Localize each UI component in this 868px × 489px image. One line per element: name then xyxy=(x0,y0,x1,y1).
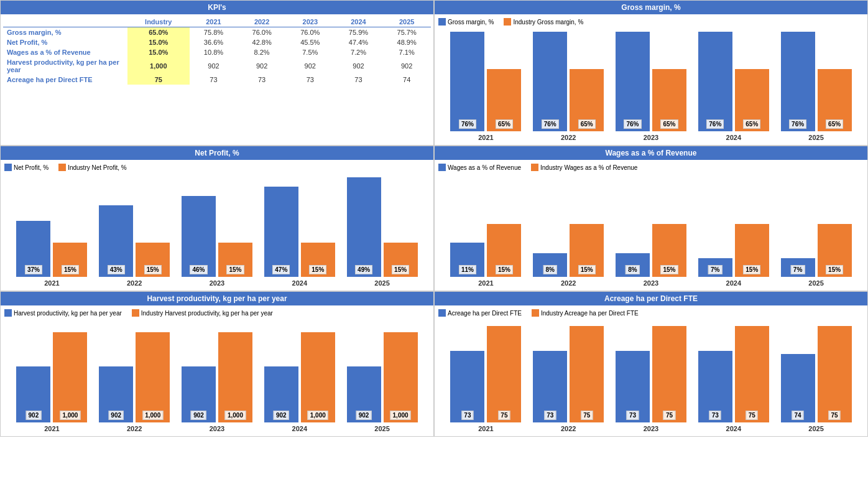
blue-bar: 73 xyxy=(616,351,650,422)
gross-margin-bars: 76%65%202176%65%202276%65%202376%65%2024… xyxy=(438,29,864,141)
bar-group: 76%65%2023 xyxy=(616,32,686,141)
blue-bar-label: 37% xyxy=(25,265,42,274)
ac-legend-orange-box xyxy=(532,309,539,317)
bar-year-label: 2024 xyxy=(726,134,741,141)
blue-bar-label: 43% xyxy=(108,265,125,274)
blue-bar: 73 xyxy=(698,351,732,422)
kpi-row-value: 74 xyxy=(382,75,431,85)
orange-bar: 15% xyxy=(735,224,769,277)
orange-bar-label: 1,000 xyxy=(225,411,246,420)
bar-year-label: 2021 xyxy=(478,279,493,287)
acreage-title: Acreage ha per Direct FTE xyxy=(435,292,867,305)
blue-bar-label: 74 xyxy=(792,411,804,420)
gross-margin-title: Gross margin, % xyxy=(435,1,867,14)
kpi-row-value: 902 xyxy=(190,57,238,75)
blue-bar: 76% xyxy=(698,32,732,131)
bar-year-label: 2021 xyxy=(478,134,493,141)
orange-bar: 15% xyxy=(218,243,252,277)
blue-bar-label: 8% xyxy=(626,265,639,274)
harvest-title: Harvest productivity, kg per ha per year xyxy=(1,292,433,305)
gm-legend-blue-label: Gross margin, % xyxy=(448,19,494,26)
ac-legend-blue-box xyxy=(438,309,446,317)
blue-bar: 43% xyxy=(99,205,133,277)
bar-group: 11%15%2021 xyxy=(450,224,521,287)
orange-bar: 75 xyxy=(735,326,769,422)
bar-group: 49%15%2025 xyxy=(347,177,418,287)
kpi-row-value: 10.8% xyxy=(190,47,238,57)
kpi-row-industry: 65.0% xyxy=(127,27,190,38)
kpi-col-header-2022: 2022 xyxy=(238,17,286,27)
bar-year-label: 2023 xyxy=(644,279,658,287)
blue-bar-label: 46% xyxy=(190,265,207,274)
bar-year-label: 2024 xyxy=(292,425,307,432)
bar-year-label: 2025 xyxy=(808,425,823,432)
kpi-row-value: 45.5% xyxy=(286,37,335,47)
gross-margin-panel: Gross margin, % Gross margin, % Industry… xyxy=(434,0,868,146)
blue-bar: 7% xyxy=(781,258,815,277)
orange-bar-label: 75 xyxy=(581,411,593,420)
orange-bar: 15% xyxy=(53,243,87,277)
kpi-row-value: 48.9% xyxy=(382,37,431,47)
np-legend-orange: Industry Net Profit, % xyxy=(58,164,126,171)
harvest-legend: Harvest productivity, kg per ha per year… xyxy=(4,309,430,317)
wg-legend-orange-label: Industry Wages as a % of Revenue xyxy=(540,164,637,171)
kpi-row-label: Net Profit, % xyxy=(3,37,127,47)
bar-group: 9021,0002021 xyxy=(16,332,87,432)
ac-legend-blue-label: Acreage ha per Direct FTE xyxy=(448,310,522,317)
wages-panel: Wages as a % of Revenue Wages as a % of … xyxy=(434,146,868,291)
kpi-row-value: 7.2% xyxy=(335,47,383,57)
net-profit-title: Net Profit, % xyxy=(1,146,433,160)
orange-bar: 15% xyxy=(652,224,686,277)
hp-legend-blue-box xyxy=(4,309,12,317)
kpi-col-header-2023: 2023 xyxy=(286,17,335,27)
orange-bar-label: 65% xyxy=(826,119,843,129)
kpi-row-label: Gross margin, % xyxy=(3,27,127,38)
kpi-panel: KPI's Industry 2021 2022 2023 2024 2025 … xyxy=(0,0,434,146)
kpi-row-value: 75.7% xyxy=(382,27,431,38)
orange-bar: 75 xyxy=(818,326,852,422)
orange-bar-label: 15% xyxy=(660,265,678,274)
bar-year-label: 2022 xyxy=(561,134,576,141)
kpi-row-value: 42.8% xyxy=(238,37,286,47)
bar-group: 73752021 xyxy=(450,326,521,432)
blue-bar: 37% xyxy=(16,221,50,277)
kpi-row-value: 76.0% xyxy=(286,27,335,38)
np-legend-blue-box xyxy=(4,164,12,171)
gm-legend-orange-label: Industry Gross margin, % xyxy=(513,19,583,26)
blue-bar-label: 902 xyxy=(356,411,372,420)
kpi-title: KPI's xyxy=(1,1,433,14)
hp-legend-blue-label: Harvest productivity, kg per ha per year xyxy=(14,310,122,317)
kpi-col-header-2025: 2025 xyxy=(382,17,431,27)
kpi-row-value: 73 xyxy=(286,75,335,85)
kpi-row-value: 73 xyxy=(190,75,238,85)
hp-legend-orange-label: Industry Harvest productivity, kg per ha… xyxy=(141,310,273,317)
orange-bar-label: 75 xyxy=(663,411,675,420)
orange-bar-label: 65% xyxy=(743,119,760,129)
blue-bar: 74 xyxy=(781,354,815,422)
bar-year-label: 2022 xyxy=(127,279,142,287)
blue-bar-label: 902 xyxy=(108,411,124,420)
blue-bar-label: 902 xyxy=(274,411,289,420)
orange-bar-label: 15% xyxy=(392,265,409,274)
orange-bar-label: 15% xyxy=(309,265,326,274)
hp-legend-blue: Harvest productivity, kg per ha per year xyxy=(4,309,122,317)
orange-bar-label: 65% xyxy=(496,119,513,129)
kpi-row-value: 902 xyxy=(335,57,383,75)
blue-bar: 7% xyxy=(698,258,732,277)
orange-bar: 75 xyxy=(570,326,604,422)
blue-bar-label: 73 xyxy=(627,411,639,420)
kpi-row-value: 902 xyxy=(286,57,335,75)
kpi-row-value: 7.5% xyxy=(286,47,335,57)
bar-group: 46%15%2023 xyxy=(182,196,252,287)
gm-legend-blue-box xyxy=(438,18,446,26)
blue-bar: 73 xyxy=(450,351,484,422)
np-legend-orange-box xyxy=(58,164,66,171)
bar-group: 76%65%2022 xyxy=(533,32,604,141)
orange-bar: 15% xyxy=(818,224,852,277)
orange-bar: 1,000 xyxy=(53,332,87,422)
dashboard: KPI's Industry 2021 2022 2023 2024 2025 … xyxy=(0,0,868,437)
orange-bar-label: 15% xyxy=(226,265,244,274)
bar-group: 73752023 xyxy=(616,326,686,432)
kpi-row-label: Harvest productivity, kg per ha per year xyxy=(3,57,127,75)
bar-year-label: 2023 xyxy=(644,425,658,432)
